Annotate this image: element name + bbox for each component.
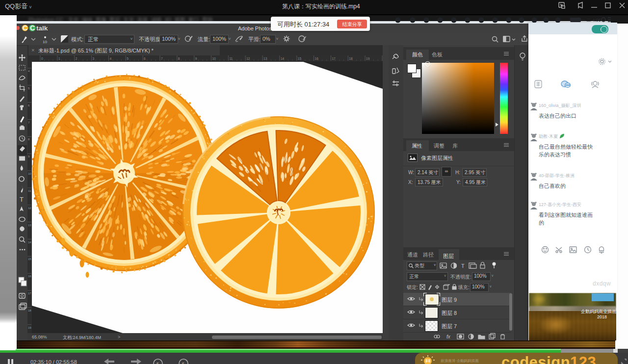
svg-text:17: 17 xyxy=(28,292,31,295)
svg-text:15: 15 xyxy=(28,258,31,260)
svg-text:6: 6 xyxy=(28,104,30,107)
svg-text:0: 0 xyxy=(41,57,43,60)
svg-text:19: 19 xyxy=(28,326,31,329)
svg-text:9: 9 xyxy=(195,57,197,60)
svg-text:C: C xyxy=(23,24,27,32)
svg-text:11: 11 xyxy=(229,57,233,60)
svg-text:5: 5 xyxy=(127,57,129,60)
svg-text:18: 18 xyxy=(28,309,31,312)
svg-text:4: 4 xyxy=(28,70,30,73)
svg-text:8: 8 xyxy=(178,57,180,60)
svg-text:7: 7 xyxy=(28,121,30,124)
svg-text:T: T xyxy=(20,196,24,203)
svg-text:10: 10 xyxy=(28,172,31,175)
svg-text:14: 14 xyxy=(28,241,31,244)
svg-text:5: 5 xyxy=(28,87,30,90)
svg-text:talk: talk xyxy=(36,25,48,32)
svg-text:一 二 4:06: 一 二 4:06 xyxy=(581,18,601,23)
svg-text:11: 11 xyxy=(28,189,31,192)
svg-text:T: T xyxy=(461,263,465,269)
svg-text:3: 3 xyxy=(93,57,95,60)
svg-text:12: 12 xyxy=(28,207,31,209)
svg-text:16: 16 xyxy=(28,275,31,278)
svg-text:4: 4 xyxy=(109,57,111,60)
svg-text:2: 2 xyxy=(76,57,78,60)
svg-text:6: 6 xyxy=(144,57,146,60)
svg-text:5: 5 xyxy=(182,362,184,364)
svg-text:9: 9 xyxy=(28,155,30,158)
svg-text:13: 13 xyxy=(28,224,31,227)
svg-text:C: C xyxy=(30,24,35,32)
svg-text:1: 1 xyxy=(58,57,60,60)
svg-text:5: 5 xyxy=(157,362,159,364)
svg-text:7: 7 xyxy=(161,57,163,60)
svg-text:8: 8 xyxy=(28,138,30,141)
svg-text:10: 10 xyxy=(43,40,47,44)
svg-text:fx: fx xyxy=(446,334,451,339)
